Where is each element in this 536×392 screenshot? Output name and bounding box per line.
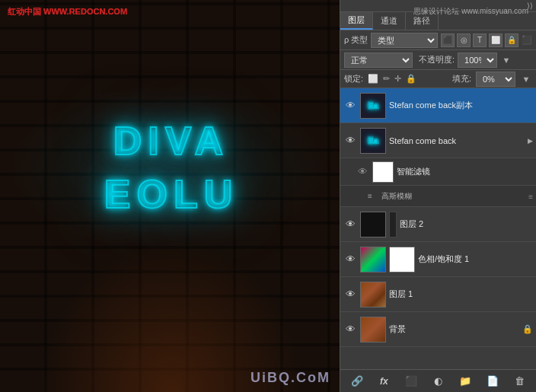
filter-icons: ⬛ ◎ T ⬜ 🔒 [441,33,518,47]
layer-thumb-layer2 [360,212,386,237]
layer-thumb-huesat [360,247,386,272]
panel-tabs: 图层 通道 路径 [340,12,536,30]
layer-mask-huesat [389,247,415,272]
graffiti-line-1: DIVA [113,118,229,164]
layer-name-bg: 背景 [389,323,522,335]
mask-button[interactable]: ⬛ [403,373,420,390]
layer-name-stefan-copy: Stefan come back副本 [389,100,533,111]
opacity-label: 不透明度: [419,54,455,65]
layer-thumb-stefan-copy: Ea [360,93,386,119]
lock-label: 锁定: [344,73,363,84]
gaussian-indent: ≡ [368,192,378,200]
filter-icon-normal[interactable]: ⬛ [441,33,455,47]
layer-item-gaussian-blur[interactable]: ≡ 高斯模糊 ≡ [340,186,536,207]
layer-item-layer1[interactable]: 👁 图层 1 [340,277,536,312]
panel-collapse-bar: ⟩⟩ [340,0,536,12]
layer-eye-layer1[interactable]: 👁 [343,288,357,301]
tab-paths[interactable]: 路径 [406,12,439,30]
layer-name-layer2: 图层 2 [400,218,533,230]
watermark-top-left: 红动中国 WWW.REDOCN.COM [8,6,127,18]
warm-glow [38,240,305,392]
layer-name-area-stefan: Stefan come back [389,136,533,145]
layer-item-huesat[interactable]: 👁 色相/饱和度 1 [340,242,536,277]
layer-thumb-layer1 [360,282,386,308]
lock-transparent-icon[interactable]: ⬜ [368,74,378,84]
layer-item-smart-filter[interactable]: 👁 智能滤镜 [340,158,536,186]
lock-move-icon[interactable]: ✛ [394,74,401,84]
layers-panel: ⟩⟩ 图层 通道 路径 ρ 类型 类型 ⬛ ◎ T ⬜ 🔒 ⬛ 正常 溶解 正片… [340,0,536,392]
layer-name-area-layer2: 图层 2 [400,218,533,230]
layer-name-huesat: 色相/饱和度 1 [418,253,533,265]
layer-eye-layer2[interactable]: 👁 [343,218,357,231]
filter-toggle[interactable]: ⬛ [522,35,532,45]
blend-row: 正常 溶解 正片叠底 不透明度: 100% 75% 50% ▼ [340,50,536,70]
adjustment-button[interactable]: ◐ [429,373,446,390]
filter-icon-text[interactable]: T [473,33,487,47]
filter-icon-shape[interactable]: ⬜ [489,33,502,47]
filter-label: ρ 类型 [344,34,368,46]
layer-name-area-smart-filter: 智能滤镜 [397,166,533,177]
lock-all-icon[interactable]: 🔒 [406,74,416,84]
layer-thumb-smart-filter [372,161,394,183]
layer-thumb-bg [360,317,386,343]
lock-row: 锁定: ⬜ ✏ ✛ 🔒 填充: 0% 100% ▼ [340,70,536,88]
tab-layers[interactable]: 图层 [340,12,373,30]
layer-name-layer1: 图层 1 [389,288,533,300]
delete-button[interactable]: 🗑 [511,373,528,390]
layer-name-smart-filter: 智能滤镜 [397,166,533,177]
blend-mode-select[interactable]: 正常 溶解 正片叠底 [344,53,413,68]
layer-collapse-indicator[interactable]: ▶ [528,137,533,145]
filter-type-select[interactable]: 类型 [371,33,438,48]
opacity-arrow[interactable]: ▼ [500,56,512,65]
layer-eye-stefan-copy[interactable]: 👁 [343,99,357,113]
layer-item-stefan[interactable]: 👁 Ea Stefan come back ▶ [340,123,536,158]
fx-button[interactable]: fx [375,373,392,390]
lock-paint-icon[interactable]: ✏ [383,74,390,84]
layer-item-bg[interactable]: 👁 背景 🔒 [340,312,536,347]
layer-eye-huesat[interactable]: 👁 [343,253,357,266]
filter-row: ρ 类型 类型 ⬛ ◎ T ⬜ 🔒 ⬛ [340,30,536,50]
tab-channels[interactable]: 通道 [373,12,406,30]
new-layer-button[interactable]: 📄 [484,373,501,390]
layer-lock-bg-icon: 🔒 [522,324,533,334]
fill-label: 填充: [452,73,471,84]
graffiti-area: DIVA EOLU [15,91,327,244]
link-button[interactable]: 🔗 [349,373,365,390]
opacity-select[interactable]: 100% 75% 50% [458,53,497,68]
canvas-area: DIVA EOLU 红动中国 WWW.REDOCN.COM [0,0,343,392]
group-button[interactable]: 📁 [457,373,474,390]
layer-mask-layer2 [389,212,397,237]
layer-name-area-layer1: 图层 1 [389,288,533,300]
layer-name-area-gaussian: 高斯模糊 [381,191,533,202]
layer-name-area-huesat: 色相/饱和度 1 [418,253,533,265]
layer-name-gaussian: 高斯模糊 [381,191,533,202]
collapse-arrows-icon[interactable]: ⟩⟩ [527,2,533,10]
layer-thumb-stefan: Ea [360,128,386,154]
panel-bottom-toolbar: 🔗 fx ⬛ ◐ 📁 📄 🗑 [340,369,536,392]
layer-name-stefan: Stefan come back [389,136,533,145]
gaussian-right-icon: ≡ [528,192,533,200]
fill-select[interactable]: 0% 100% [476,72,515,87]
layers-list: 👁 Ea Stefan come back副本 👁 Ea Stefan come… [340,88,536,369]
layer-name-area-stefan-copy: Stefan come back副本 [389,100,533,111]
layer-item-layer2[interactable]: 👁 图层 2 [340,207,536,242]
watermark-bottom: UiBQ.CoM [250,370,330,386]
filter-icon-adjust[interactable]: ◎ [457,33,471,47]
layer-eye-smart-filter[interactable]: 👁 [356,165,369,179]
fx-label: fx [380,376,388,387]
watermark-bottom-text: UiBQ.CoM [250,370,330,385]
graffiti-line-2: EOLU [104,171,238,217]
layer-eye-bg[interactable]: 👁 [343,323,357,336]
layer-name-area-bg: 背景 [389,323,522,335]
layer-item-stefan-copy[interactable]: 👁 Ea Stefan come back副本 [340,88,536,123]
filter-icon-smart[interactable]: 🔒 [505,33,518,47]
layer-eye-stefan[interactable]: 👁 [343,134,357,148]
fill-arrow[interactable]: ▼ [520,75,532,84]
